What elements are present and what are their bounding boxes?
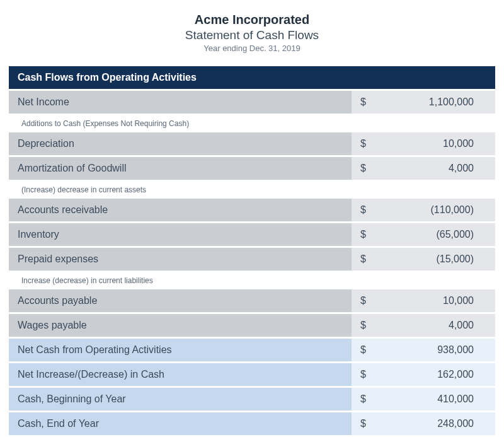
currency-symbol: $ xyxy=(360,320,366,331)
row-depreciation: Depreciation $ 10,000 xyxy=(9,132,495,155)
currency-symbol: $ xyxy=(360,138,366,149)
row-amount: $ 10,000 xyxy=(352,132,495,155)
row-value: (65,000) xyxy=(436,229,474,240)
row-amount: $ 162,000 xyxy=(352,363,495,386)
cash-flow-table: Cash Flows from Operating Activities Net… xyxy=(9,64,495,437)
section-header-row: Cash Flows from Operating Activities xyxy=(9,66,495,89)
row-label: Inventory xyxy=(9,223,352,246)
currency-symbol: $ xyxy=(360,163,366,174)
currency-symbol: $ xyxy=(360,295,366,306)
row-amount: $ (15,000) xyxy=(352,248,495,271)
row-value: 938,000 xyxy=(437,344,474,356)
row-prepaid: Prepaid expenses $ (15,000) xyxy=(9,248,495,271)
row-amount: $ 248,000 xyxy=(352,412,495,435)
row-amount: $ 938,000 xyxy=(352,339,495,361)
row-value: 4,000 xyxy=(449,163,474,174)
row-value: 162,000 xyxy=(437,369,474,380)
row-value: 1,100,000 xyxy=(429,96,474,108)
row-amount: $ (65,000) xyxy=(352,223,495,246)
currency-symbol: $ xyxy=(360,253,366,265)
row-amount: $ 1,100,000 xyxy=(352,91,495,114)
row-label: Net Increase/(Decrease) in Cash xyxy=(9,363,352,386)
currency-symbol: $ xyxy=(360,96,366,108)
currency-symbol: $ xyxy=(360,229,366,240)
statement-header: Acme Incorporated Statement of Cash Flow… xyxy=(9,13,495,53)
statement-title: Statement of Cash Flows xyxy=(9,28,495,42)
row-label: Net Cash from Operating Activities xyxy=(9,339,352,361)
row-label: Depreciation xyxy=(9,132,352,155)
currency-symbol: $ xyxy=(360,393,366,405)
row-cash-begin: Cash, Beginning of Year $ 410,000 xyxy=(9,388,495,411)
row-label: Prepaid expenses xyxy=(9,248,352,271)
currency-symbol: $ xyxy=(360,204,366,216)
row-amount: $ 10,000 xyxy=(352,289,495,312)
row-value: (15,000) xyxy=(436,253,474,265)
row-value: (110,000) xyxy=(431,204,474,216)
row-label: Accounts receivable xyxy=(9,199,352,221)
row-label: Cash, End of Year xyxy=(9,412,352,435)
row-amount: $ (110,000) xyxy=(352,199,495,221)
row-amount: $ 410,000 xyxy=(352,388,495,411)
note-text: (Increase) decrease in current assets xyxy=(9,182,495,197)
row-value: 410,000 xyxy=(437,393,474,405)
row-cash-end: Cash, End of Year $ 248,000 xyxy=(9,412,495,435)
row-label: Net Income xyxy=(9,91,352,114)
statement-period: Year ending Dec. 31, 2019 xyxy=(9,44,495,53)
row-value: 4,000 xyxy=(449,320,474,331)
row-accounts-payable: Accounts payable $ 10,000 xyxy=(9,289,495,312)
company-name: Acme Incorporated xyxy=(9,13,495,27)
row-amount: $ 4,000 xyxy=(352,314,495,337)
section-header-label: Cash Flows from Operating Activities xyxy=(9,66,495,89)
row-net-cash-operating: Net Cash from Operating Activities $ 938… xyxy=(9,339,495,361)
row-net-change: Net Increase/(Decrease) in Cash $ 162,00… xyxy=(9,363,495,386)
row-wages-payable: Wages payable $ 4,000 xyxy=(9,314,495,337)
row-value: 10,000 xyxy=(443,295,474,306)
row-inventory: Inventory $ (65,000) xyxy=(9,223,495,246)
currency-symbol: $ xyxy=(360,369,366,380)
row-label: Cash, Beginning of Year xyxy=(9,388,352,411)
note-text: Additions to Cash (Expenses Not Requirin… xyxy=(9,115,495,131)
row-accounts-receivable: Accounts receivable $ (110,000) xyxy=(9,199,495,221)
row-amortization: Amortization of Goodwill $ 4,000 xyxy=(9,157,495,180)
row-label: Wages payable xyxy=(9,314,352,337)
row-value: 10,000 xyxy=(443,138,474,149)
row-value: 248,000 xyxy=(437,418,474,429)
note-assets: (Increase) decrease in current assets xyxy=(9,182,495,197)
note-liabilities: Increase (decrease) in current liabiliti… xyxy=(9,272,495,288)
note-text: Increase (decrease) in current liabiliti… xyxy=(9,272,495,288)
currency-symbol: $ xyxy=(360,418,366,429)
currency-symbol: $ xyxy=(360,344,366,356)
row-net-income: Net Income $ 1,100,000 xyxy=(9,91,495,114)
row-amount: $ 4,000 xyxy=(352,157,495,180)
row-label: Amortization of Goodwill xyxy=(9,157,352,180)
note-additions: Additions to Cash (Expenses Not Requirin… xyxy=(9,115,495,131)
row-label: Accounts payable xyxy=(9,289,352,312)
